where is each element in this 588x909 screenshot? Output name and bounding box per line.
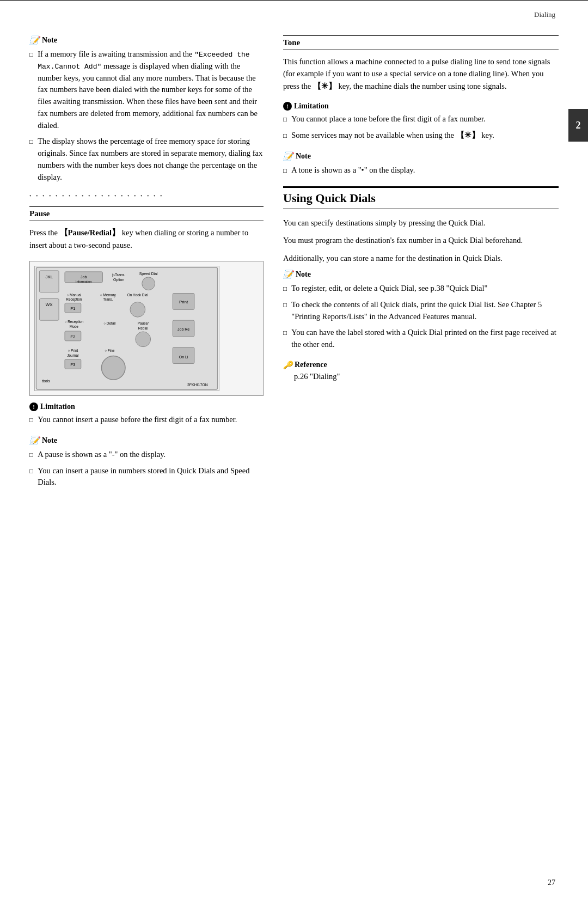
qd-note-item-1: □ To register, edit, or delete a Quick D… (283, 283, 559, 295)
note-text-2: The display shows the percentage of free… (38, 136, 264, 183)
svg-text:○ Reception: ○ Reception (65, 320, 84, 324)
reference-text: p.26 "Dialing" (283, 372, 559, 381)
limitation-bottom: ! Limitation □ You cannot insert a pause… (29, 402, 264, 426)
page: Dialing 2 📝 Note □ If a memory file is a… (0, 0, 588, 909)
note-bottom-text-2: You can insert a pause in numbers stored… (38, 465, 264, 489)
tone-note-text-1: A tone is shown as a "•" on the display. (291, 164, 559, 176)
note-item-2: □ The display shows the percentage of fr… (29, 136, 264, 183)
checkbox-tn1: □ (283, 166, 287, 176)
svg-text:tbols: tbols (42, 379, 50, 383)
svg-text:○ Memory: ○ Memory (100, 293, 117, 297)
qd-note-item-2: □ To check the contents of all Quick dia… (283, 299, 559, 323)
svg-text:Job: Job (81, 275, 87, 279)
pause-section: Pause Press the 【Pause/Redial】 key when … (29, 206, 264, 251)
qd-note-item-3: □ You can have the label stored with a Q… (283, 327, 559, 351)
quick-dials-note: 📝 Note □ To register, edit, or delete a … (283, 270, 559, 351)
svg-point-19 (130, 302, 145, 318)
svg-text:Job Re: Job Re (177, 327, 189, 331)
qd-note-text-1: To register, edit, or delete a Quick Dia… (291, 283, 559, 295)
note-top-title: 📝 Note (29, 35, 264, 45)
note-icon: 📝 (29, 35, 40, 45)
svg-text:Speed Dial: Speed Dial (139, 272, 158, 276)
note-bottom-icon: 📝 (29, 436, 40, 446)
svg-text:Journal: Journal (67, 353, 78, 357)
svg-text:Option: Option (113, 278, 125, 282)
checkbox-qd2: □ (283, 300, 287, 323)
svg-text:WX: WX (46, 303, 53, 308)
note-text-1: If a memory file is awaiting transmissio… (38, 48, 264, 131)
panel-image: JKL WX Job Information ▷Trans. Option Sp… (29, 261, 264, 396)
right-column: Tone This function allows a machine conn… (283, 35, 559, 498)
note-bottom-item-2: □ You can insert a pause in numbers stor… (29, 465, 264, 489)
note-bottom-item-1: □ A pause is shown as a "-" on the displ… (29, 449, 264, 461)
checkbox-qd3: □ (283, 328, 287, 351)
reference-title: 🔑 Reference (283, 361, 559, 370)
pause-text: Press the 【Pause/Redial】 key when dialin… (29, 227, 264, 251)
checkbox-qd1: □ (283, 284, 287, 295)
svg-text:Redial: Redial (138, 326, 148, 330)
qd-note-text-3: You can have the label stored with a Qui… (291, 327, 559, 351)
checkbox-tl2: □ (283, 131, 287, 142)
svg-text:Mode: Mode (70, 325, 79, 328)
svg-point-29 (136, 332, 151, 347)
tone-note-icon: 📝 (283, 151, 293, 161)
svg-text:○ Detail: ○ Detail (103, 321, 115, 325)
svg-text:F2: F2 (70, 334, 75, 339)
svg-text:○ Print: ○ Print (68, 349, 78, 352)
svg-text:2FKHI17ON: 2FKHI17ON (187, 383, 208, 387)
svg-text:Reception: Reception (66, 298, 82, 302)
svg-point-11 (142, 277, 155, 290)
chapter-tab: 2 (568, 109, 588, 142)
limitation-icon: ! (29, 402, 38, 411)
tone-text: This function allows a machine connected… (283, 56, 559, 92)
dot-divider: • • • • • • • • • • • • • • • • • • • • … (29, 193, 264, 199)
reference-icon: 🔑 (283, 361, 292, 370)
checkbox-icon-1: □ (29, 50, 33, 131)
tone-section: Tone This function allows a machine conn… (283, 35, 559, 92)
tone-limit-text-2: Some services may not be available when … (291, 130, 559, 142)
pause-heading: Pause (29, 206, 264, 221)
note-bottom: 📝 Note □ A pause is shown as a "-" on th… (29, 436, 264, 489)
tone-limit-text-1: You cannot place a tone before the first… (291, 113, 559, 125)
limitation-bottom-text-1: You cannot insert a pause before the fir… (38, 414, 264, 426)
header-section-label: Dialing (534, 10, 555, 19)
tone-note-title: 📝 Note (283, 151, 559, 161)
page-header: Dialing (0, 0, 588, 25)
quick-dials-note-title: 📝 Note (283, 270, 559, 279)
svg-text:Information: Information (76, 280, 92, 283)
tone-heading: Tone (283, 35, 559, 50)
svg-text:Trans.: Trans. (103, 298, 113, 302)
limitation-bottom-item-1: □ You cannot insert a pause before the f… (29, 414, 264, 426)
reference-block: 🔑 Reference p.26 "Dialing" (283, 361, 559, 381)
main-content: 📝 Note □ If a memory file is awaiting tr… (0, 25, 588, 498)
checkbox-lim-1: □ (29, 415, 33, 426)
left-column: 📝 Note □ If a memory file is awaiting tr… (29, 35, 264, 498)
quick-dials-intro-3: Additionally, you can store a name for t… (283, 252, 559, 264)
quick-dials-note-icon: 📝 (283, 270, 293, 279)
tone-limitation-title: ! Limitation (283, 102, 559, 111)
svg-text:○ Fine: ○ Fine (105, 349, 115, 352)
page-number: 27 (548, 879, 555, 887)
tone-limitation: ! Limitation □ You cannot place a tone b… (283, 102, 559, 142)
tone-note: 📝 Note □ A tone is shown as a "•" on the… (283, 151, 559, 176)
svg-text:F3: F3 (70, 363, 76, 368)
checkbox-tl1: □ (283, 114, 287, 125)
svg-text:F1: F1 (70, 306, 76, 311)
svg-text:On Hook Dial: On Hook Dial (127, 293, 148, 297)
tone-limitation-icon: ! (283, 102, 292, 111)
svg-point-39 (101, 356, 125, 380)
note-bottom-text-1: A pause is shown as a "-" on the display… (38, 449, 264, 461)
qd-note-text-2: To check the contents of all Quick dials… (291, 299, 559, 323)
svg-text:Pause/: Pause/ (138, 321, 149, 325)
checkbox-note-b1: □ (29, 450, 33, 461)
checkbox-icon-2: □ (29, 137, 33, 183)
svg-text:JKL: JKL (45, 274, 53, 279)
svg-text:▷Trans.: ▷Trans. (112, 273, 125, 277)
panel-svg: JKL WX Job Information ▷Trans. Option Sp… (34, 266, 219, 391)
svg-text:○ Manual: ○ Manual (66, 293, 81, 297)
note-bottom-title: 📝 Note (29, 436, 264, 446)
limitation-bottom-title: ! Limitation (29, 402, 264, 411)
tone-limit-item-1: □ You cannot place a tone before the fir… (283, 113, 559, 125)
svg-text:On Li: On Li (179, 355, 188, 359)
checkbox-note-b2: □ (29, 466, 33, 489)
